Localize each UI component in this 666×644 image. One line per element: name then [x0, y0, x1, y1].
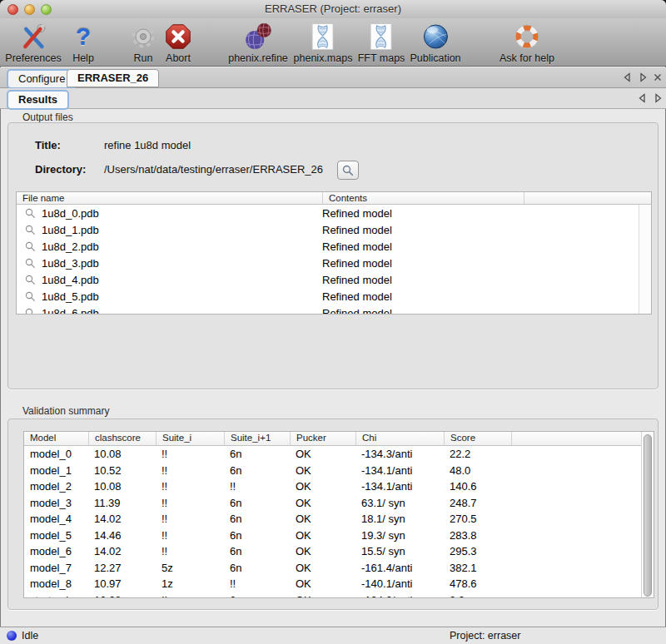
chi-cell: -134.3/anti: [355, 594, 444, 598]
suite-i1-cell: !!: [224, 480, 290, 493]
table-row[interactable]: model_8 10.97 1z !! OK -140.1/anti 478.6: [24, 576, 641, 592]
tab-scroll-left-icon[interactable]: [622, 72, 634, 83]
toolbar-label: Run: [134, 52, 153, 64]
validation-groupbox: Model clashscore Suite_i Suite_i+1 Pucke…: [7, 419, 659, 610]
toolbar-label: Publication: [410, 52, 460, 64]
score-cell: 382.1: [444, 562, 511, 574]
chi-cell: 19.3/ syn: [355, 529, 444, 542]
column-header-clashscore[interactable]: clashscore: [88, 432, 156, 445]
column-header-pucker[interactable]: Pucker: [290, 432, 355, 445]
title-value: refine 1u8d model: [104, 139, 191, 151]
column-header-contents[interactable]: Contents: [322, 192, 524, 204]
column-header-chi[interactable]: Chi: [355, 432, 444, 445]
toolbar-button-phenix-maps[interactable]: phenix.maps: [294, 22, 353, 64]
chi-cell: -134.3/anti: [355, 448, 444, 460]
fft-maps-icon: [370, 22, 392, 52]
file-table-scrollbar[interactable]: [639, 205, 651, 314]
status-text: Idle: [22, 630, 38, 642]
toolbar-button-preferences[interactable]: Preferences: [5, 22, 61, 64]
publication-icon: [422, 22, 449, 52]
chi-cell: 15.5/ syn: [355, 545, 444, 557]
column-header-file-name[interactable]: File name: [17, 192, 322, 204]
table-row[interactable]: model_6 14.02 !! 6n OK 15.5/ syn 295.3: [24, 543, 641, 560]
table-row[interactable]: model_7 12.27 5z 6n OK -161.4/anti 382.1: [24, 560, 641, 577]
status-indicator-icon: [7, 631, 17, 641]
toolbar-button-publication[interactable]: Publication: [410, 22, 460, 64]
output-files-table: File name Contents 1u8d_0.pdb Refined mo…: [16, 191, 652, 315]
score-cell: 140.6: [444, 480, 511, 493]
column-header-suite-i[interactable]: Suite_i: [156, 432, 224, 445]
toolbar-button-fft-maps[interactable]: FFT maps: [358, 22, 405, 64]
table-row[interactable]: 1u8d_4.pdb Refined model: [17, 271, 651, 288]
model-cell: start_min: [24, 594, 88, 598]
pucker-cell: OK: [290, 577, 355, 590]
search-icon: [17, 225, 42, 235]
score-cell: 283.8: [444, 529, 511, 542]
table-row[interactable]: model_1 10.52 !! 6n OK -134.1/anti 48.0: [24, 463, 641, 479]
chi-cell: -134.1/anti: [355, 464, 444, 477]
score-cell: 270.5: [444, 513, 511, 525]
clashscore-cell: 14.02: [88, 545, 156, 557]
browse-directory-button[interactable]: [337, 161, 359, 180]
file-name-cell: 1u8d_5.pdb: [42, 290, 322, 303]
table-row[interactable]: model_0 10.08 !! 6n OK -134.3/anti 22.2: [24, 446, 641, 463]
clashscore-cell: 11.39: [88, 497, 156, 509]
table-row[interactable]: 1u8d_6.pdb Refined model: [17, 305, 651, 315]
tab-erraser-26[interactable]: ERRASER_26: [67, 69, 159, 87]
tab-scroll-right-icon[interactable]: [637, 72, 649, 83]
tab-close-icon[interactable]: [652, 72, 664, 83]
column-header-score[interactable]: Score: [444, 432, 511, 445]
table-row[interactable]: start_min 10.08 !! 6n OK -134.3/anti 0.0: [24, 592, 641, 599]
scrollbar-thumb[interactable]: [644, 434, 652, 597]
file-name-cell: 1u8d_3.pdb: [42, 257, 322, 270]
search-icon: [17, 308, 42, 315]
suite-i1-cell: 6n: [224, 513, 290, 525]
main-tab-bar: Configure ERRASER_26: [0, 67, 666, 88]
phenix-refine-icon: [244, 22, 272, 52]
suite-i-cell: !!: [156, 464, 224, 477]
toolbar-button-phenix-refine[interactable]: phenix.refine: [228, 22, 288, 64]
table-row[interactable]: 1u8d_2.pdb Refined model: [17, 238, 651, 255]
suite-i-cell: !!: [156, 529, 224, 542]
subtab-scroll-left-icon[interactable]: [637, 92, 649, 104]
suite-i1-cell: !!: [224, 577, 290, 590]
clashscore-cell: 10.97: [88, 577, 156, 590]
suite-i-cell: !!: [156, 594, 224, 598]
table-row[interactable]: 1u8d_3.pdb Refined model: [17, 255, 651, 271]
column-header-blank[interactable]: [524, 192, 651, 204]
help-icon: [76, 22, 91, 52]
table-row[interactable]: model_4 14.02 !! 6n OK 18.1/ syn 270.5: [24, 511, 641, 528]
pucker-cell: OK: [290, 497, 355, 509]
table-row[interactable]: 1u8d_1.pdb Refined model: [17, 221, 651, 238]
column-header-suite-i1[interactable]: Suite_i+1: [224, 432, 290, 445]
toolbar-button-ask-for-help[interactable]: Ask for help: [500, 22, 554, 64]
search-icon: [17, 275, 42, 285]
table-row[interactable]: model_2 10.08 !! !! OK -134.1/anti 140.6: [24, 478, 641, 495]
score-cell: 478.6: [444, 577, 511, 590]
toolbar-button-help[interactable]: Help: [72, 22, 94, 64]
toolbar-button-run[interactable]: Run: [130, 22, 157, 64]
clashscore-cell: 10.08: [88, 594, 156, 598]
file-contents-cell: Refined model: [322, 274, 392, 286]
table-row[interactable]: 1u8d_0.pdb Refined model: [17, 205, 651, 221]
validation-table-scrollbar[interactable]: [641, 432, 654, 597]
column-header-blank[interactable]: [511, 432, 641, 445]
table-row[interactable]: model_3 11.39 !! 6n OK 63.1/ syn 248.7: [24, 495, 641, 512]
toolbar-button-abort[interactable]: Abort: [165, 22, 191, 64]
column-header-model[interactable]: Model: [24, 432, 88, 445]
search-icon: [17, 258, 42, 269]
toolbar-label: FFT maps: [358, 52, 405, 64]
validation-table: Model clashscore Suite_i Suite_i+1 Pucke…: [23, 431, 654, 598]
suite-i1-cell: 6n: [224, 464, 290, 477]
model-cell: model_6: [24, 545, 88, 557]
score-cell: 0.0: [444, 594, 511, 598]
search-icon: [17, 208, 42, 219]
subtab-scroll-right-icon[interactable]: [652, 92, 664, 104]
clashscore-cell: 10.08: [88, 480, 156, 493]
table-row[interactable]: model_5 14.46 !! 6n OK 19.3/ syn 283.8: [24, 528, 641, 544]
model-cell: model_5: [24, 529, 88, 542]
pucker-cell: OK: [290, 529, 355, 542]
tab-results[interactable]: Results: [7, 90, 69, 110]
table-row[interactable]: 1u8d_5.pdb Refined model: [17, 288, 651, 305]
validation-section-label: Validation summary: [22, 405, 109, 417]
